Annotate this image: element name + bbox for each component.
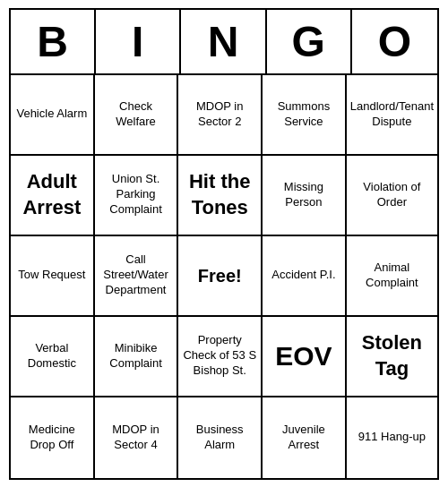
bingo-cell-9[interactable]: Violation of Order — [347, 156, 437, 236]
bingo-cell-17[interactable]: Property Check of 53 S Bishop St. — [178, 317, 263, 397]
bingo-cell-24[interactable]: 911 Hang-up — [347, 397, 437, 478]
bingo-header: BINGO — [11, 10, 437, 75]
bingo-letter-b: B — [11, 10, 96, 73]
bingo-cell-6[interactable]: Union St. Parking Complaint — [95, 156, 179, 236]
bingo-cell-14[interactable]: Animal Complaint — [347, 236, 437, 317]
bingo-cell-15[interactable]: Verbal Domestic — [11, 317, 95, 397]
bingo-cell-23[interactable]: Juvenile Arrest — [263, 397, 347, 478]
bingo-cell-11[interactable]: Call Street/Water Department — [95, 236, 179, 317]
bingo-cell-3[interactable]: Summons Service — [263, 75, 347, 156]
bingo-grid: Vehicle AlarmCheck WelfareMDOP in Sector… — [11, 75, 437, 478]
bingo-cell-10[interactable]: Tow Request — [11, 236, 95, 317]
bingo-cell-4[interactable]: Landlord/Tenant Dispute — [347, 75, 437, 156]
bingo-cell-13[interactable]: Accident P.I. — [263, 236, 347, 317]
bingo-cell-18[interactable]: EOV — [263, 317, 347, 397]
bingo-letter-o: O — [352, 10, 437, 73]
bingo-cell-19[interactable]: Stolen Tag — [347, 317, 437, 397]
bingo-card: BINGO Vehicle AlarmCheck WelfareMDOP in … — [9, 8, 439, 480]
bingo-letter-g: G — [267, 10, 352, 73]
bingo-letter-i: I — [96, 10, 181, 73]
bingo-cell-21[interactable]: MDOP in Sector 4 — [95, 397, 179, 478]
bingo-cell-2[interactable]: MDOP in Sector 2 — [178, 75, 263, 156]
bingo-cell-0[interactable]: Vehicle Alarm — [11, 75, 95, 156]
bingo-cell-22[interactable]: Business Alarm — [178, 397, 263, 478]
bingo-cell-5[interactable]: Adult Arrest — [11, 156, 95, 236]
bingo-cell-7[interactable]: Hit the Tones — [178, 156, 263, 236]
bingo-cell-20[interactable]: Medicine Drop Off — [11, 397, 95, 478]
bingo-cell-16[interactable]: Minibike Complaint — [95, 317, 179, 397]
bingo-cell-8[interactable]: Missing Person — [263, 156, 347, 236]
bingo-cell-1[interactable]: Check Welfare — [95, 75, 179, 156]
bingo-letter-n: N — [181, 10, 266, 73]
bingo-cell-12[interactable]: Free! — [178, 236, 263, 317]
